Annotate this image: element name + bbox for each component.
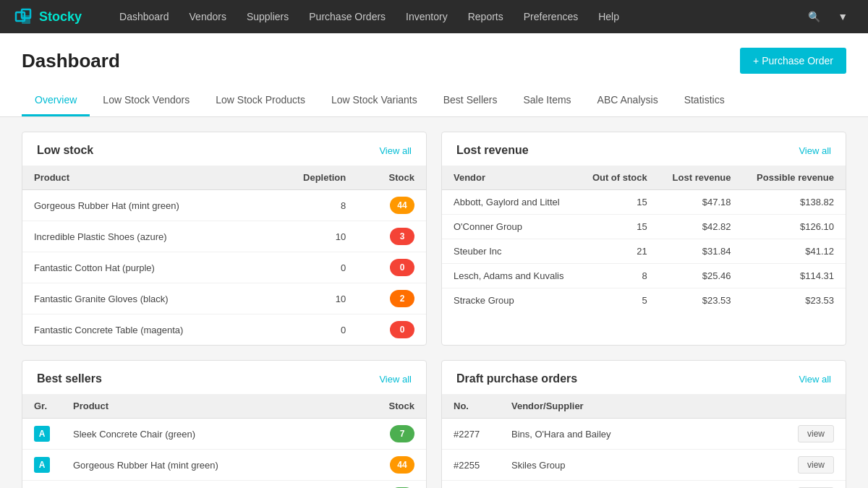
view-order-button[interactable]: view (798, 456, 834, 474)
order-no: #2255 (442, 450, 500, 481)
low-stock-card: Low stock View all Product Depletion Sto… (22, 132, 427, 346)
lost-revenue-row: O'Conner Group 15 $42.82 $126.10 (442, 215, 846, 239)
main-content: Low stock View all Product Depletion Sto… (0, 117, 868, 488)
lost-revenue-header: Lost revenue View all (442, 132, 846, 166)
bs-grade: A (22, 450, 61, 481)
lr-vendor: Stracke Group (442, 288, 579, 313)
tab-overview[interactable]: Overview (22, 85, 90, 116)
lr-lost-revenue: $25.46 (659, 264, 743, 288)
draft-order-row: #2255 Skiles Group view (442, 450, 846, 481)
low-stock-product: Fantastic Concrete Table (magenta) (22, 314, 265, 346)
order-action: view (786, 419, 846, 450)
draft-orders-title: Draft purchase orders (456, 372, 577, 385)
stock-badge: 0 (390, 259, 414, 276)
tab-sale-items[interactable]: Sale Items (510, 85, 584, 116)
nav-suppliers[interactable]: Suppliers (238, 0, 297, 33)
order-vendor: Olson, Carter and White (500, 481, 786, 489)
low-stock-stock: 2 (357, 283, 426, 314)
lr-lost-revenue: $23.53 (659, 288, 743, 313)
svg-rect-2 (22, 15, 30, 24)
th-action (786, 394, 846, 419)
low-stock-stock: 0 (357, 314, 426, 346)
low-stock-product: Incredible Plastic Shoes (azure) (22, 221, 265, 252)
nav-links: Dashboard Vendors Suppliers Purchase Ord… (111, 0, 802, 33)
bs-product: Small Concrete Table (red) (61, 481, 344, 489)
low-stock-row: Incredible Plastic Shoes (azure) 10 3 (22, 221, 426, 252)
nav-inventory[interactable]: Inventory (397, 0, 456, 33)
low-stock-row: Fantastic Cotton Hat (purple) 0 0 (22, 252, 426, 283)
header-top: Dashboard + Purchase Order (22, 48, 846, 74)
stock-badge: 44 (390, 456, 414, 474)
lr-lost-revenue: $31.84 (659, 239, 743, 264)
bs-stock: 44 (344, 450, 426, 481)
bs-grade: A (22, 419, 61, 450)
brand-icon (14, 7, 35, 27)
nav-reports[interactable]: Reports (459, 0, 512, 33)
nav-vendors[interactable]: Vendors (181, 0, 235, 33)
draft-orders-view-all[interactable]: View all (799, 374, 831, 385)
view-order-button[interactable]: view (798, 425, 834, 442)
brand: Stocky (14, 7, 82, 27)
nav-purchase-orders[interactable]: Purchase Orders (300, 0, 394, 33)
lr-lost-revenue: $42.82 (659, 215, 743, 239)
lr-possible-revenue: $114.31 (743, 264, 846, 288)
lr-out-of-stock: 5 (579, 288, 659, 313)
stock-badge: 3 (390, 228, 414, 245)
th-grade: Gr. (22, 394, 61, 419)
th-vendor: Vendor (442, 166, 579, 190)
stock-badge: 44 (390, 197, 414, 214)
th-order-no: No. (442, 394, 500, 419)
th-depletion: Depletion (265, 166, 357, 190)
search-icon[interactable]: 🔍 (802, 0, 826, 33)
lr-vendor: O'Conner Group (442, 215, 579, 239)
nav-dashboard[interactable]: Dashboard (111, 0, 178, 33)
low-stock-title: Low stock (37, 144, 93, 157)
bs-product: Sleek Concrete Chair (green) (61, 419, 344, 450)
low-stock-view-all[interactable]: View all (379, 145, 412, 156)
order-no: #2252 (442, 481, 500, 489)
low-stock-row: Fantastic Granite Gloves (black) 10 2 (22, 283, 426, 314)
best-sellers-header: Best sellers View all (22, 361, 426, 394)
low-stock-header: Low stock View all (22, 132, 426, 166)
low-stock-row: Fantastic Concrete Table (magenta) 0 0 (22, 314, 426, 346)
grade-badge: A (34, 426, 50, 442)
th-bs-stock: Stock (344, 394, 426, 419)
lr-possible-revenue: $126.10 (743, 215, 846, 239)
low-stock-depletion: 0 (265, 314, 357, 346)
order-action: view (786, 450, 846, 481)
lr-vendor: Steuber Inc (442, 239, 579, 264)
tab-low-stock-variants[interactable]: Low Stock Variants (318, 85, 430, 116)
best-sellers-row: A Small Concrete Table (red) 20 (22, 481, 426, 489)
th-product: Product (22, 166, 265, 190)
dropdown-icon[interactable]: ▼ (832, 0, 854, 33)
bs-stock: 20 (344, 481, 426, 489)
nav-help[interactable]: Help (590, 0, 628, 33)
lr-lost-revenue: $47.18 (659, 190, 743, 215)
tab-abc-analysis[interactable]: ABC Analysis (584, 85, 671, 116)
tab-low-stock-products[interactable]: Low Stock Products (203, 85, 318, 116)
lr-possible-revenue: $138.82 (743, 190, 846, 215)
lost-revenue-title: Lost revenue (456, 144, 529, 157)
tab-best-sellers[interactable]: Best Sellers (430, 85, 511, 116)
lost-revenue-table-header: Vendor Out of stock Lost revenue Possibl… (442, 166, 846, 190)
low-stock-product: Gorgeous Rubber Hat (mint green) (22, 190, 265, 221)
lr-vendor: Lesch, Adams and Kuvalis (442, 264, 579, 288)
lr-out-of-stock: 15 (579, 215, 659, 239)
brand-name: Stocky (39, 9, 82, 25)
tab-low-stock-vendors[interactable]: Low Stock Vendors (90, 85, 203, 116)
tab-statistics[interactable]: Statistics (671, 85, 738, 116)
grade-badge: A (34, 457, 50, 473)
low-stock-row: Gorgeous Rubber Hat (mint green) 8 44 (22, 190, 426, 221)
draft-order-row: #2252 Olson, Carter and White view (442, 481, 846, 489)
purchase-order-button[interactable]: + Purchase Order (740, 48, 846, 74)
nav-right: 🔍 ▼ (802, 0, 854, 33)
lost-revenue-row: Steuber Inc 21 $31.84 $41.12 (442, 239, 846, 264)
nav-preferences[interactable]: Preferences (515, 0, 587, 33)
lost-revenue-view-all[interactable]: View all (799, 145, 831, 156)
best-sellers-view-all[interactable]: View all (379, 374, 412, 385)
stock-badge: 7 (390, 425, 414, 442)
lr-possible-revenue: $23.53 (743, 288, 846, 313)
lr-vendor: Abbott, Gaylord and Littel (442, 190, 579, 215)
draft-orders-table-header: No. Vendor/Supplier (442, 394, 846, 419)
best-sellers-table: Gr. Product Stock A Sleek Concrete Chair… (22, 394, 426, 488)
